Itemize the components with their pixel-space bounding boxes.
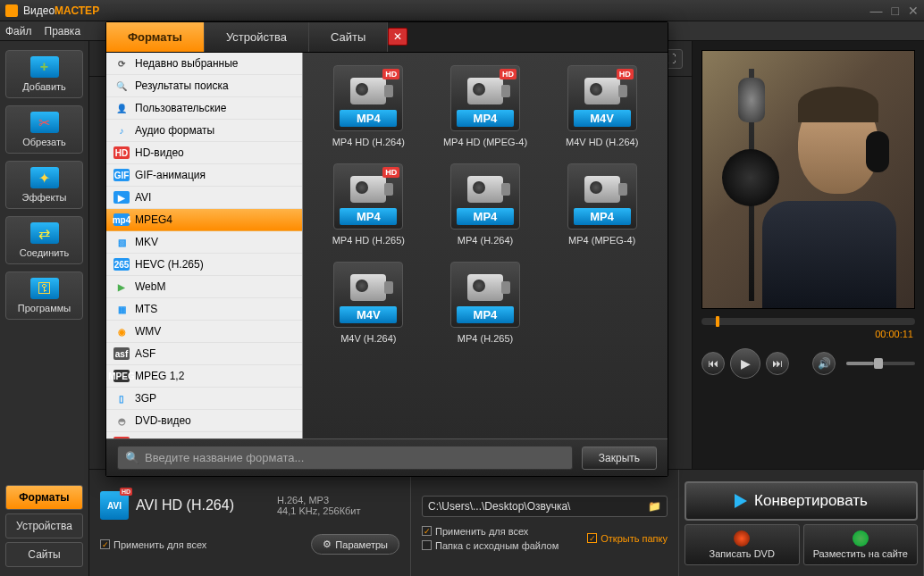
menu-file[interactable]: Файл xyxy=(5,25,32,38)
category-item[interactable]: ▯3GP xyxy=(106,388,302,410)
popup-tab-sites[interactable]: Сайты xyxy=(309,22,388,52)
format-search-input[interactable]: 🔍 Введите название формата... xyxy=(117,446,573,470)
category-icon: ▶ xyxy=(113,191,130,204)
prev-button[interactable]: ⏮ xyxy=(701,352,725,375)
timeline-slider[interactable] xyxy=(701,318,915,325)
format-card[interactable]: MP4HDMP4 HD (H.264) xyxy=(319,65,418,147)
browse-folder-icon[interactable]: 📁 xyxy=(648,500,661,513)
category-item[interactable]: ♪Аудио форматы xyxy=(106,120,302,142)
tab-devices[interactable]: Устройства xyxy=(5,513,83,538)
format-card[interactable]: MP4HDMP4 HD (H.265) xyxy=(319,163,418,246)
format-badge: MP4 xyxy=(457,306,514,323)
tab-formats[interactable]: Форматы xyxy=(5,485,83,510)
format-card[interactable]: MP4MP4 (H.265) xyxy=(436,262,535,344)
format-card[interactable]: MP4HDMP4 HD (MPEG-4) xyxy=(436,65,535,147)
open-folder-checkbox[interactable]: Открыть папку xyxy=(587,533,668,544)
burn-dvd-button[interactable]: Записать DVD xyxy=(685,524,800,565)
close-window-icon[interactable]: ✕ xyxy=(908,4,919,17)
cut-button[interactable]: Обрезать xyxy=(5,105,83,154)
format-thumb: MP4HD xyxy=(450,65,520,131)
category-item[interactable]: 265HEVC (H.265) xyxy=(106,254,302,276)
format-badge: MP4 xyxy=(340,110,397,127)
playback-controls: ⏮ ▶ ⏭ 🔊 xyxy=(693,343,924,389)
format-card[interactable]: MP4MP4 (MPEG-4) xyxy=(552,163,651,246)
output-format-panel: AVIHD AVI HD (H.264) H.264, MP3 44,1 KHz… xyxy=(89,470,411,576)
publish-button[interactable]: Разместить на сайте xyxy=(803,524,919,565)
gear-icon: ⚙ xyxy=(323,538,332,550)
add-icon xyxy=(30,56,59,78)
category-item[interactable]: fFlash-видео xyxy=(106,432,302,438)
maximize-icon[interactable]: □ xyxy=(892,4,899,17)
popup-tab-formats[interactable]: Форматы xyxy=(106,22,205,52)
category-item[interactable]: HDHD-видео xyxy=(106,142,302,164)
category-item[interactable]: ▧MKV xyxy=(106,231,302,254)
format-caption: M4V (H.264) xyxy=(340,333,396,344)
format-badge: MP4 xyxy=(340,208,397,225)
category-item[interactable]: MPEGMPEG 1,2 xyxy=(106,365,302,388)
format-badge: MP4 xyxy=(457,110,514,127)
format-caption: MP4 (MPEG-4) xyxy=(568,235,635,246)
camera-icon xyxy=(467,78,503,104)
category-list: ⟳Недавно выбранные🔍Результаты поиска👤Пол… xyxy=(106,53,303,438)
category-item[interactable]: ▶AVI xyxy=(106,187,302,209)
effects-button[interactable]: Эффекты xyxy=(5,161,83,209)
category-label: 3GP xyxy=(135,392,156,405)
source-folder-checkbox[interactable]: Папка с исходным файлом xyxy=(422,540,559,551)
category-item[interactable]: mp4MPEG4 xyxy=(106,209,302,231)
category-item[interactable]: ▦MTS xyxy=(106,298,302,321)
category-item[interactable]: 👤Пользовательские xyxy=(106,97,302,120)
join-button[interactable]: Соединить xyxy=(5,216,83,264)
join-icon xyxy=(30,222,59,244)
hd-badge: HD xyxy=(500,69,517,79)
category-label: WebM xyxy=(135,280,165,293)
category-label: ASF xyxy=(135,347,155,360)
programs-button[interactable]: Программы xyxy=(5,271,83,320)
category-label: DVD-видео xyxy=(135,414,191,427)
popup-tabs: Форматы Устройства Сайты ✕ xyxy=(106,22,668,53)
format-caption: MP4 (H.265) xyxy=(458,333,513,344)
apply-all-path-checkbox[interactable]: Применить для всех xyxy=(422,526,559,537)
category-label: Аудио форматы xyxy=(135,124,214,137)
format-card[interactable]: M4VM4V (H.264) xyxy=(319,262,418,344)
category-item[interactable]: ▶WebM xyxy=(106,276,302,298)
menu-edit[interactable]: Правка xyxy=(45,25,81,38)
camera-icon xyxy=(584,78,620,104)
search-icon: 🔍 xyxy=(125,451,139,464)
format-caption: MP4 (H.264) xyxy=(458,235,513,246)
titlebar: ВидеоМАСТЕР — □ ✕ xyxy=(0,0,924,21)
play-button[interactable]: ▶ xyxy=(730,348,760,379)
apply-all-checkbox[interactable]: Применить для всех xyxy=(100,539,206,550)
format-badge: MP4 xyxy=(457,208,514,225)
next-button[interactable]: ⏭ xyxy=(766,352,789,375)
globe-icon xyxy=(853,530,869,547)
category-item[interactable]: asfASF xyxy=(106,343,302,365)
category-item[interactable]: ⟳Недавно выбранные xyxy=(106,53,302,75)
hd-badge: HD xyxy=(382,69,399,79)
format-card[interactable]: MP4MP4 (H.264) xyxy=(436,163,535,246)
tab-sites[interactable]: Сайты xyxy=(5,542,83,567)
popup-close-x[interactable]: ✕ xyxy=(388,28,407,46)
category-item[interactable]: ◉WMV xyxy=(106,321,302,343)
category-icon: ▯ xyxy=(113,392,130,405)
volume-slider[interactable] xyxy=(846,362,915,365)
convert-button[interactable]: Конвертировать xyxy=(685,481,918,521)
category-item[interactable]: GIFGIF-анимация xyxy=(106,164,302,187)
category-icon: 🔍 xyxy=(113,79,130,92)
disc-icon xyxy=(734,530,750,547)
format-grid: MP4HDMP4 HD (H.264)MP4HDMP4 HD (MPEG-4)M… xyxy=(303,53,668,438)
volume-icon[interactable]: 🔊 xyxy=(812,352,836,375)
camera-icon xyxy=(467,274,503,301)
popup-close-button[interactable]: Закрыть xyxy=(582,447,657,470)
add-button[interactable]: Добавить xyxy=(5,50,83,98)
category-icon: HD xyxy=(113,146,130,159)
category-item[interactable]: ◓DVD-видео xyxy=(106,410,302,432)
format-card[interactable]: M4VHDM4V HD (H.264) xyxy=(552,65,651,147)
left-toolbar: Добавить Обрезать Эффекты Соединить Прог… xyxy=(0,41,89,576)
minimize-icon[interactable]: — xyxy=(870,4,883,17)
parameters-button[interactable]: ⚙Параметры xyxy=(311,534,399,555)
app-title: ВидеоМАСТЕР xyxy=(23,4,99,17)
category-item[interactable]: 🔍Результаты поиска xyxy=(106,75,302,97)
output-path[interactable]: C:\Users\...\Desktop\Озвучка\📁 xyxy=(422,496,668,517)
format-caption: M4V HD (H.264) xyxy=(566,137,638,147)
popup-tab-devices[interactable]: Устройства xyxy=(205,22,309,52)
